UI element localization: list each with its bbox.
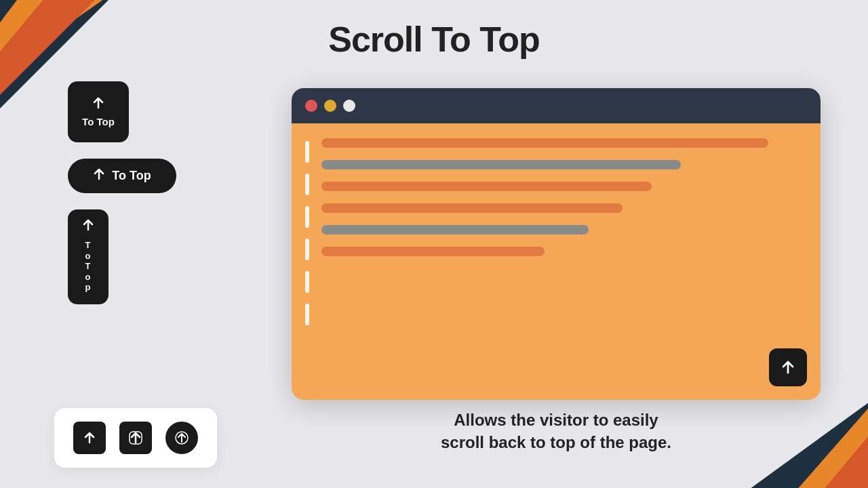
browser-dot-white [343,100,355,112]
pill-arrow-icon [93,168,105,184]
scroll-tick [305,174,309,195]
description: Allows the visitor to easily scroll back… [292,409,821,454]
left-panel: To Top To Top ToTop [68,81,285,304]
scroll-up-icon-button-2[interactable] [119,422,152,454]
description-line2: scroll back to top of the page. [292,431,821,454]
scroll-to-top-tall-button[interactable]: ToTop [68,209,108,304]
scroll-tick [305,206,309,228]
scroll-indicator [305,136,309,388]
scroll-tick [305,141,309,163]
browser-mockup [292,88,821,400]
content-line [321,138,768,148]
content-line [321,247,545,256]
browser-titlebar [292,88,821,123]
description-line1: Allows the visitor to easily [292,409,821,432]
tall-button-label: ToTop [85,240,92,293]
browser-dot-yellow [324,100,336,112]
scroll-to-top-browser-button[interactable] [769,348,807,386]
bottom-icons-panel [54,408,217,468]
content-lines [321,136,807,388]
scroll-to-top-square-button[interactable]: To Top [68,81,129,142]
scroll-up-icon-button-3[interactable] [165,422,198,454]
scroll-tick [305,239,309,260]
scroll-tick [305,304,309,325]
pill-button-label: To Top [112,169,151,183]
arrow-up-icon [92,96,105,113]
browser-dot-red [305,100,317,112]
content-line [321,182,652,191]
scroll-tick [305,271,309,293]
content-line [321,203,623,213]
square-button-label: To Top [82,116,115,127]
page-title: Scroll To Top [0,19,868,60]
scroll-to-top-pill-button[interactable]: To Top [68,159,176,193]
tall-arrow-icon [82,219,94,235]
scroll-up-icon-button-1[interactable] [73,422,106,454]
browser-content [292,123,821,400]
content-line [321,160,681,169]
content-line [321,225,589,235]
